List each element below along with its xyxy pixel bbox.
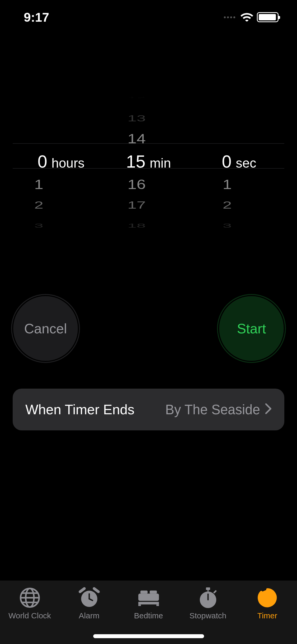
bed-icon <box>137 587 160 609</box>
tab-bedtime-label: Bedtime <box>134 611 163 620</box>
hours-value: 0 <box>31 149 47 174</box>
cancel-label: Cancel <box>24 321 67 337</box>
svg-rect-10 <box>138 604 141 606</box>
tab-world-clock-label: World Clock <box>8 611 51 620</box>
status-bar: 9:17 <box>0 0 297 34</box>
chevron-right-icon <box>265 402 272 417</box>
tab-alarm-label: Alarm <box>79 611 99 620</box>
svg-line-17 <box>214 591 216 593</box>
svg-rect-12 <box>140 591 147 594</box>
tab-stopwatch[interactable]: Stopwatch <box>178 587 238 628</box>
when-timer-ends-label: When Timer Ends <box>25 402 165 417</box>
minutes-unit: min <box>150 151 171 176</box>
time-picker[interactable]: 0hours 1 2 3 12 13 14 15min 16 17 18 <box>13 87 284 225</box>
when-timer-ends-row[interactable]: When Timer Ends By The Seaside <box>13 389 284 430</box>
status-time: 9:17 <box>24 10 49 25</box>
hours-wheel[interactable]: 0hours 1 2 3 <box>13 87 103 225</box>
seconds-value: 0 <box>222 149 232 174</box>
battery-icon <box>257 12 279 22</box>
minutes-wheel[interactable]: 12 13 14 15min 16 17 18 <box>103 87 194 225</box>
home-indicator[interactable] <box>93 634 204 638</box>
timer-icon <box>257 587 278 609</box>
start-label: Start <box>237 321 266 337</box>
stopwatch-icon <box>198 587 218 609</box>
tab-alarm[interactable]: Alarm <box>59 587 119 628</box>
minutes-value: 15 <box>126 149 145 174</box>
tab-timer[interactable]: Timer <box>238 587 297 628</box>
svg-rect-16 <box>208 590 209 592</box>
hours-unit: hours <box>51 151 84 176</box>
tab-bedtime[interactable]: Bedtime <box>119 587 178 628</box>
start-button[interactable]: Start <box>219 296 284 361</box>
svg-rect-13 <box>149 591 157 594</box>
alarm-clock-icon <box>78 587 100 609</box>
wifi-icon <box>241 12 253 23</box>
status-right <box>224 12 279 23</box>
tab-world-clock[interactable]: World Clock <box>0 587 59 628</box>
tab-timer-label: Timer <box>257 611 277 620</box>
when-timer-ends-value: By The Seaside <box>165 402 260 417</box>
seconds-unit: sec <box>236 151 256 176</box>
cancel-button[interactable]: Cancel <box>13 296 78 361</box>
svg-rect-11 <box>156 604 159 606</box>
tab-stopwatch-label: Stopwatch <box>189 611 226 620</box>
svg-rect-9 <box>138 602 159 605</box>
svg-rect-8 <box>138 594 159 601</box>
globe-icon <box>20 587 40 609</box>
seconds-wheel[interactable]: 0sec 1 2 3 <box>194 87 284 225</box>
cellular-dots-icon <box>224 16 235 18</box>
